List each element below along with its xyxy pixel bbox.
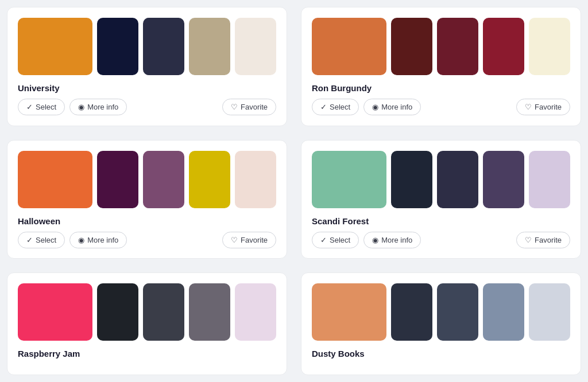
palette-card-halloween: Halloween ✓ Select ◉ More info ♡ Favorit… [7,140,287,259]
select-icon-ron-burgundy: ✓ [320,103,327,111]
select-button-scandi-forest[interactable]: ✓ Select [312,232,359,248]
info-icon-halloween: ◉ [78,236,84,244]
swatch-h-3 [189,151,230,208]
swatch-db-3 [483,283,524,341]
palette-card-raspberry-jam: Raspberry Jam [7,272,287,375]
heart-icon-university: ♡ [231,103,238,111]
swatch-sf-4 [529,151,570,208]
swatch-0 [18,18,92,75]
swatch-1 [97,18,138,75]
select-icon-university: ✓ [26,103,33,111]
actions-ron-burgundy: ✓ Select ◉ More info ♡ Favorite [312,99,570,115]
swatches-scandi-forest [312,151,570,208]
swatch-db-0 [312,283,386,341]
swatch-rb-1 [391,18,432,75]
more-info-button-university[interactable]: ◉ More info [69,99,127,115]
select-button-halloween[interactable]: ✓ Select [18,232,65,248]
swatch-sf-2 [437,151,478,208]
info-icon-ron-burgundy: ◉ [372,103,378,111]
swatch-4 [235,18,276,75]
heart-icon-scandi-forest: ♡ [525,236,532,244]
swatch-h-1 [97,151,138,208]
swatch-rb-4 [529,18,570,75]
swatch-sf-1 [391,151,432,208]
heart-icon-ron-burgundy: ♡ [525,103,532,111]
more-info-button-ron-burgundy[interactable]: ◉ More info [363,99,421,115]
swatch-rb-3 [483,18,524,75]
swatch-db-4 [529,283,570,341]
swatches-university [18,18,276,75]
palette-name-ron-burgundy: Ron Burgundy [312,83,570,93]
swatch-h-0 [18,151,92,208]
select-button-university[interactable]: ✓ Select [18,99,65,115]
palette-name-scandi-forest: Scandi Forest [312,216,570,226]
swatch-h-4 [235,151,276,208]
swatches-ron-burgundy [312,18,570,75]
palette-name-university: University [18,83,276,93]
palette-card-scandi-forest: Scandi Forest ✓ Select ◉ More info ♡ Fav… [301,140,581,259]
more-info-button-scandi-forest[interactable]: ◉ More info [363,232,421,248]
swatches-halloween [18,151,276,208]
swatch-db-1 [391,283,432,341]
swatch-h-2 [143,151,184,208]
select-icon-halloween: ✓ [26,236,33,244]
palette-card-university: University ✓ Select ◉ More info ♡ Favori… [7,7,287,126]
favorite-button-ron-burgundy[interactable]: ♡ Favorite [516,99,570,115]
more-info-button-halloween[interactable]: ◉ More info [69,232,127,248]
palette-name-raspberry-jam: Raspberry Jam [18,349,276,358]
palette-card-ron-burgundy: Ron Burgundy ✓ Select ◉ More info ♡ Favo… [301,7,581,126]
swatch-sf-3 [483,151,524,208]
swatch-rj-4 [235,283,276,341]
swatch-2 [143,18,184,75]
swatch-rj-3 [189,283,230,341]
palette-name-halloween: Halloween [18,216,276,226]
info-icon-university: ◉ [78,103,84,111]
actions-scandi-forest: ✓ Select ◉ More info ♡ Favorite [312,232,570,248]
palette-card-dusty-books: Dusty Books [301,272,581,375]
heart-icon-halloween: ♡ [231,236,238,244]
swatch-rj-2 [143,283,184,341]
favorite-button-scandi-forest[interactable]: ♡ Favorite [516,232,570,248]
swatch-db-2 [437,283,478,341]
favorite-button-university[interactable]: ♡ Favorite [222,99,276,115]
swatch-rj-1 [97,283,138,341]
swatch-rj-0 [18,283,92,341]
swatch-3 [189,18,230,75]
swatches-dusty-books [312,283,570,341]
swatch-rb-0 [312,18,386,75]
info-icon-scandi-forest: ◉ [372,236,378,244]
swatch-rb-2 [437,18,478,75]
favorite-button-halloween[interactable]: ♡ Favorite [222,232,276,248]
select-button-ron-burgundy[interactable]: ✓ Select [312,99,359,115]
palette-name-dusty-books: Dusty Books [312,349,570,358]
actions-halloween: ✓ Select ◉ More info ♡ Favorite [18,232,276,248]
swatch-sf-0 [312,151,386,208]
select-icon-scandi-forest: ✓ [320,236,327,244]
actions-university: ✓ Select ◉ More info ♡ Favorite [18,99,276,115]
swatches-raspberry-jam [18,283,276,341]
